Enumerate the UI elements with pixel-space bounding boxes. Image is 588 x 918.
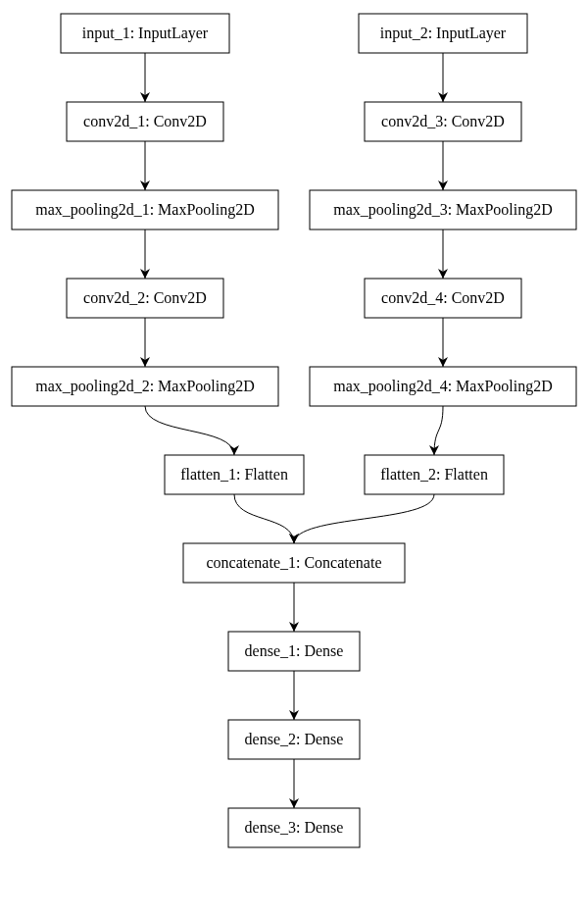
layer-node-conv2d_2: conv2d_2: Conv2D: [67, 279, 223, 318]
layer-label: input_2: InputLayer: [380, 25, 507, 42]
layer-label: conv2d_3: Conv2D: [381, 113, 505, 129]
edges: [145, 53, 443, 808]
layer-label: dense_3: Dense: [245, 819, 344, 836]
layer-node-flatten_2: flatten_2: Flatten: [365, 455, 504, 494]
layer-node-input_2: input_2: InputLayer: [359, 14, 527, 53]
layer-node-dense_1: dense_1: Dense: [228, 632, 360, 671]
layer-node-maxpool_4: max_pooling2d_4: MaxPooling2D: [310, 367, 576, 406]
edge-maxpool_4-to-flatten_2: [434, 406, 443, 455]
layer-label: max_pooling2d_4: MaxPooling2D: [333, 378, 553, 395]
edge-flatten_2-to-concat: [294, 494, 434, 543]
layer-label: flatten_2: Flatten: [380, 466, 488, 483]
layer-label: input_1: InputLayer: [82, 25, 209, 42]
layer-label: conv2d_2: Conv2D: [83, 289, 207, 306]
edge-flatten_1-to-concat: [234, 494, 294, 543]
layer-node-conv2d_4: conv2d_4: Conv2D: [365, 279, 521, 318]
layer-node-maxpool_3: max_pooling2d_3: MaxPooling2D: [310, 190, 576, 230]
layer-node-conv2d_3: conv2d_3: Conv2D: [365, 102, 521, 141]
edge-maxpool_2-to-flatten_1: [145, 406, 234, 455]
layer-node-maxpool_2: max_pooling2d_2: MaxPooling2D: [12, 367, 278, 406]
layer-node-input_1: input_1: InputLayer: [61, 14, 229, 53]
model-architecture-diagram: input_1: InputLayerconv2d_1: Conv2Dmax_p…: [0, 0, 588, 918]
layer-label: max_pooling2d_1: MaxPooling2D: [35, 201, 255, 219]
layer-node-maxpool_1: max_pooling2d_1: MaxPooling2D: [12, 190, 278, 230]
layer-label: max_pooling2d_2: MaxPooling2D: [35, 378, 255, 395]
layer-label: concatenate_1: Concatenate: [206, 554, 381, 571]
nodes: input_1: InputLayerconv2d_1: Conv2Dmax_p…: [12, 14, 576, 847]
layer-node-conv2d_1: conv2d_1: Conv2D: [67, 102, 223, 141]
layer-label: max_pooling2d_3: MaxPooling2D: [333, 201, 553, 219]
layer-node-dense_3: dense_3: Dense: [228, 808, 360, 847]
layer-node-concat: concatenate_1: Concatenate: [183, 543, 405, 583]
layer-label: dense_1: Dense: [245, 642, 344, 659]
layer-node-flatten_1: flatten_1: Flatten: [165, 455, 304, 494]
layer-label: flatten_1: Flatten: [180, 466, 288, 483]
layer-label: conv2d_1: Conv2D: [83, 113, 207, 129]
layer-label: conv2d_4: Conv2D: [381, 289, 505, 306]
layer-node-dense_2: dense_2: Dense: [228, 720, 360, 759]
layer-label: dense_2: Dense: [245, 731, 344, 747]
